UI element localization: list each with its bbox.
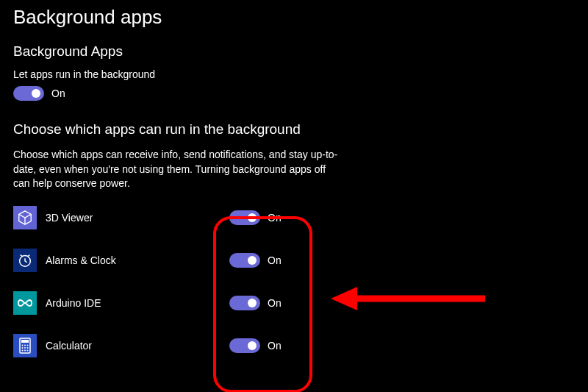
- master-toggle-state: On: [51, 88, 65, 99]
- svg-point-4: [24, 344, 26, 346]
- app-row-arduino-ide: Arduino IDE On: [13, 291, 575, 315]
- app-toggle-arduino-ide[interactable]: [229, 296, 260, 310]
- app-toggle-state: On: [268, 297, 282, 309]
- app-row-alarms-clock: Alarms & Clock On: [13, 249, 575, 272]
- choose-heading: Choose which apps can run in the backgro…: [13, 121, 575, 138]
- svg-point-5: [27, 344, 29, 346]
- app-name: Calculator: [46, 340, 229, 352]
- clock-icon: [13, 249, 37, 272]
- app-name: 3D Viewer: [46, 212, 229, 224]
- app-row-3d-viewer: 3D Viewer On: [13, 206, 575, 229]
- app-row-calculator: Calculator On: [13, 334, 575, 357]
- svg-point-8: [27, 347, 29, 349]
- app-name: Arduino IDE: [46, 297, 229, 309]
- svg-point-11: [27, 349, 29, 351]
- app-toggle-state: On: [268, 254, 282, 266]
- master-toggle-row: On: [13, 86, 575, 101]
- infinity-icon: [13, 291, 37, 315]
- page-title: Background apps: [13, 6, 575, 29]
- app-toggle-alarms-clock[interactable]: [229, 253, 260, 268]
- apps-list: 3D Viewer On Alarms & Clock On: [13, 206, 575, 357]
- master-heading: Background Apps: [13, 43, 575, 60]
- svg-rect-2: [21, 340, 29, 343]
- master-toggle-label: Let apps run in the background: [13, 68, 575, 80]
- svg-point-6: [22, 347, 24, 349]
- app-toggle-state: On: [268, 212, 282, 224]
- svg-point-9: [22, 349, 24, 351]
- app-name: Alarms & Clock: [46, 254, 229, 266]
- cube-icon: [13, 206, 37, 229]
- svg-point-7: [24, 347, 26, 349]
- app-toggle-state: On: [268, 340, 282, 352]
- calculator-icon: [13, 334, 37, 357]
- svg-point-3: [22, 344, 24, 346]
- app-toggle-calculator[interactable]: [229, 338, 260, 353]
- choose-description: Choose which apps can receive info, send…: [13, 148, 344, 191]
- master-toggle[interactable]: [13, 86, 44, 101]
- app-toggle-3d-viewer[interactable]: [229, 210, 260, 225]
- svg-point-10: [24, 349, 26, 351]
